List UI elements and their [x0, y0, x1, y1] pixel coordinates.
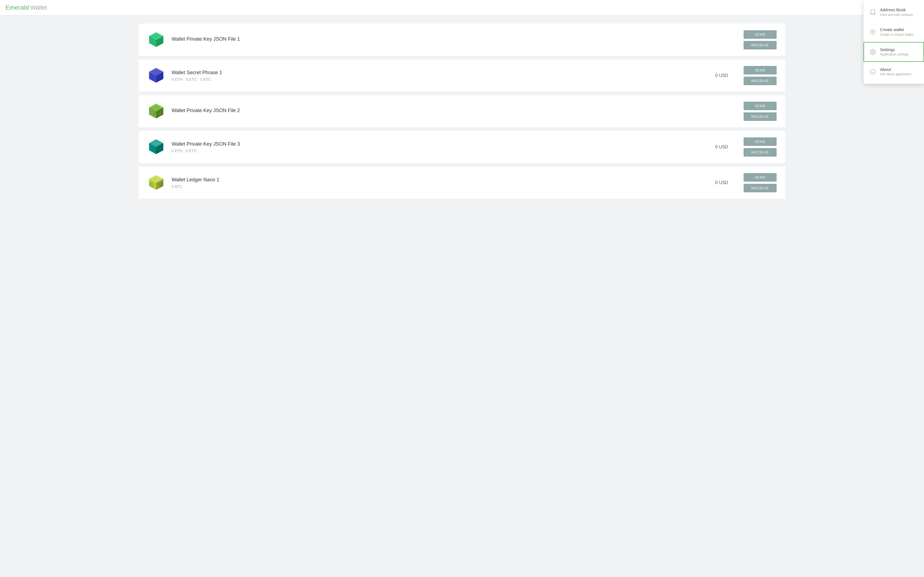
app-title-emerald: Emerald [5, 4, 29, 11]
menu-sublabel-about: Info about application [880, 72, 911, 77]
svg-point-34 [871, 69, 876, 74]
menu-text-create-wallet: Create walletCreate or import wallet [880, 27, 913, 37]
wallet-name: Wallet Private Key JSON File 1 [171, 36, 699, 42]
wallet-card: Wallet Private Key JSON File 2SENDRECEIV… [139, 95, 785, 127]
wallet-icon [147, 31, 165, 48]
wallet-usd: 0 USD [706, 180, 728, 185]
receive-button[interactable]: RECEIVE [744, 77, 777, 85]
wallet-usd: 0 USD [706, 73, 728, 78]
wallet-actions: SENDRECEIVE [744, 173, 777, 192]
wallet-icon [147, 103, 165, 120]
wallet-balances: 0 BTC [171, 184, 699, 189]
receive-button[interactable]: RECEIVE [744, 148, 777, 156]
app-title-wallet: Wallet [30, 4, 47, 11]
send-button[interactable]: SEND [744, 30, 777, 39]
wallet-info: Wallet Secret Phrase 10 ETH0 ETC0 BTC [171, 70, 699, 82]
menu-item-address-book[interactable]: Address BookView and edit contacts [864, 2, 924, 22]
balance-item: 0 BTC [171, 184, 183, 189]
wallet-card: Wallet Private Key JSON File 30 ETH0 ETC… [139, 131, 785, 163]
menu-text-about: AboutInfo about application [880, 67, 911, 77]
wallet-balances: 0 ETH0 ETC [171, 149, 699, 153]
wallet-card: Wallet Ledger Nano 10 BTC0 USDSENDRECEIV… [139, 166, 785, 199]
menu-label-about: About [880, 67, 911, 72]
wallet-actions: SENDRECEIVE [744, 66, 777, 85]
send-button[interactable]: SEND [744, 102, 777, 110]
wallet-actions: SENDRECEIVE [744, 30, 777, 50]
receive-button[interactable]: RECEIVE [744, 41, 777, 50]
wallet-card: Wallet Private Key JSON File 1SENDRECEIV… [139, 24, 785, 56]
wallet-info: Wallet Private Key JSON File 1 [171, 36, 699, 44]
wallet-info: Wallet Ledger Nano 10 BTC [171, 177, 699, 189]
menu-text-address-book: Address BookView and edit contacts [880, 7, 913, 17]
menu-label-settings: Settings [880, 47, 908, 53]
menu-label-address-book: Address Book [880, 7, 913, 13]
book-icon [869, 9, 876, 15]
menu-sublabel-address-book: View and edit contacts [880, 13, 913, 17]
wallet-actions: SENDRECEIVE [744, 137, 777, 156]
send-button[interactable]: SEND [744, 66, 777, 74]
wallet-icon [147, 174, 165, 192]
balance-item: 0 ETH [171, 77, 183, 82]
wallet-icon [147, 138, 165, 156]
menu-label-create-wallet: Create wallet [880, 27, 913, 32]
wallet-list: Wallet Private Key JSON File 1SENDRECEIV… [139, 24, 785, 199]
balance-item: 0 ETC [186, 77, 197, 82]
wallet-info: Wallet Private Key JSON File 2 [171, 108, 699, 115]
receive-button[interactable]: RECEIVE [744, 184, 777, 192]
wallet-usd: 0 USD [706, 145, 728, 150]
svg-point-33 [872, 51, 874, 53]
menu-item-settings[interactable]: SettingsApplication settings [864, 42, 924, 62]
wallet-name: Wallet Private Key JSON File 2 [171, 108, 699, 113]
main-content: Wallet Private Key JSON File 1SENDRECEIV… [0, 15, 924, 207]
balance-item: 0 BTC [200, 77, 211, 82]
menu-sublabel-create-wallet: Create or import wallet [880, 32, 913, 37]
menu-sublabel-settings: Application settings [880, 52, 908, 57]
send-button[interactable]: SEND [744, 137, 777, 146]
wallet-name: Wallet Ledger Nano 1 [171, 177, 699, 183]
wallet-balances: 0 ETH0 ETC0 BTC [171, 77, 699, 82]
plus-circle-icon [869, 29, 876, 35]
wallet-name: Wallet Secret Phrase 1 [171, 70, 699, 76]
balance-item: 0 ETH [171, 149, 183, 153]
smile-icon [869, 68, 876, 75]
send-button[interactable]: SEND [744, 173, 777, 182]
dropdown-menu: Address BookView and edit contacts Creat… [864, 0, 924, 84]
gear-icon [869, 48, 876, 55]
menu-text-settings: SettingsApplication settings [880, 47, 908, 57]
wallet-info: Wallet Private Key JSON File 30 ETH0 ETC [171, 141, 699, 153]
receive-button[interactable]: RECEIVE [744, 112, 777, 121]
wallet-icon [147, 67, 165, 84]
wallet-name: Wallet Private Key JSON File 3 [171, 141, 699, 147]
menu-item-create-wallet[interactable]: Create walletCreate or import wallet [864, 22, 924, 42]
wallet-card: Wallet Secret Phrase 10 ETH0 ETC0 BTC0 U… [139, 60, 785, 92]
wallet-actions: SENDRECEIVE [744, 102, 777, 121]
menu-item-about[interactable]: AboutInfo about application [864, 62, 924, 82]
app-header: Emerald Wallet [0, 0, 924, 15]
balance-item: 0 ETC [186, 149, 197, 153]
